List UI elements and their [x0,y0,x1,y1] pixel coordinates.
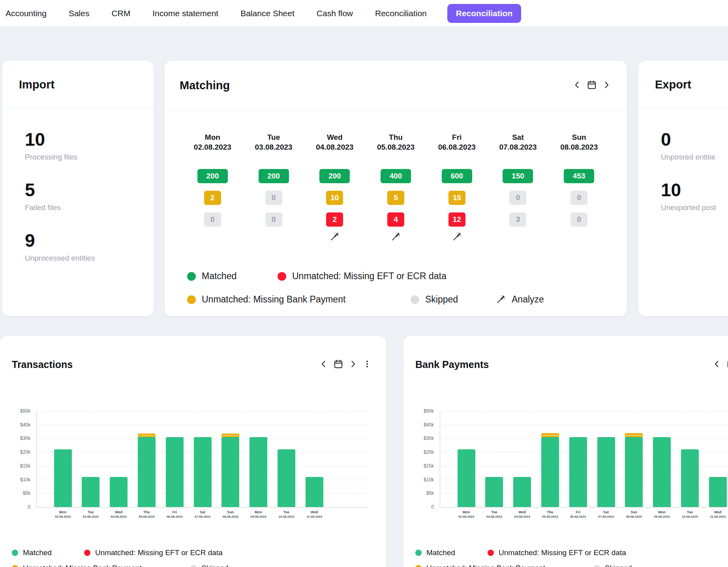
bar-matched [306,477,323,507]
chevron-right-icon [348,359,358,370]
chip-skipped: 0 [570,191,587,205]
chip-missing-bank[interactable]: 5 [387,191,404,205]
x-axis-tick-label: Wed11.08.2023 [296,510,332,519]
day-chips: 20000 [259,169,289,227]
bar-cap-missing-bank [221,434,239,437]
nav-item-income-statement[interactable]: Income statement [152,9,218,18]
bar-cap-missing-bank [541,433,559,437]
chip-matched[interactable]: 200 [197,169,228,183]
y-axis-tick-label: $5k [403,490,434,496]
y-axis-tick-label: $50k [0,408,30,414]
next-period-button[interactable] [348,359,358,370]
import-stat: 9Unprocessed entities [25,230,154,263]
matching-day-column: Sun08.08.202345300 [548,133,610,243]
calendar-button[interactable] [587,80,597,91]
y-axis-tick-label: $10k [403,477,434,483]
y-axis-tick-label: $50k [403,408,434,414]
nav-items: AccountingSalesCRMIncome statementBalanc… [6,9,427,18]
export-stat-label: Unposred entitie [661,153,728,161]
analyze-button[interactable] [452,231,462,243]
legend-label: Unmatched: Missing EFT or ECR data [292,271,447,282]
legend-item-analyze: Analyze [496,294,544,305]
matching-day-column: Fri06.08.20236001512 [426,133,488,243]
day-date: 07.08.2023 [499,142,537,152]
legend-label: Unmatched: Missing EFT or ECR data [95,548,223,557]
import-stat-value: 10 [25,129,154,150]
reconciliation-active-button[interactable]: Reconciliation [447,4,522,23]
magic-wand-icon [391,232,401,243]
day-chips: 6001512 [442,169,472,227]
bank-payments-card: Bank Payments $50k$40k$30k$20k$15k$10k$5… [403,336,728,567]
chevron-left-icon [572,80,582,91]
bar-matched [110,477,128,507]
legend-label: Unmatched: Missing Bank Payment [202,294,345,305]
legend-dot-missing-bank [187,295,196,304]
legend-label: Matched [426,548,455,557]
matching-card-actions [572,80,611,91]
chip-matched[interactable]: 453 [564,169,594,183]
legend-item-missing-eft: Unmatched: Missing EFT or ECR data [488,548,626,557]
legend-row: MatchedUnmatched: Missing EFT or ECR dat… [415,548,632,557]
chevron-right-icon [602,80,611,91]
legend-item-missing-eft: Unmatched: Missing EFT or ECR data [84,548,223,557]
y-axis-tick-label: $30k [0,436,30,441]
gridline [440,507,728,507]
day-date: 02.08.2023 [194,142,231,152]
chip-matched[interactable]: 200 [319,169,350,183]
chip-missing-eft[interactable]: 2 [326,212,343,227]
chip-skipped: 0 [265,212,282,227]
calendar-button[interactable] [726,359,728,370]
chip-matched[interactable]: 600 [442,169,472,183]
bar-cap-missing-bank [138,434,156,437]
calendar-button[interactable] [333,359,343,370]
prev-period-button[interactable] [572,80,582,91]
x-tick-date: 11.08.2023 [296,514,332,519]
chip-matched[interactable]: 400 [381,169,411,183]
legend-label: Unmatched: Missing Bank Payment [23,564,142,567]
chip-missing-eft[interactable]: 4 [387,212,404,227]
analyze-button[interactable] [391,231,401,243]
prev-period-button[interactable] [319,359,328,370]
legend-item-matched: Matched [415,548,488,557]
prev-period-button[interactable] [712,359,722,370]
chip-missing-bank[interactable]: 10 [326,191,343,205]
nav-item-cash-flow[interactable]: Cash flow [317,9,353,18]
nav-item-accounting[interactable]: Accounting [6,9,47,18]
nav-item-reconciliation[interactable]: Reconciliation [375,9,427,18]
day-chips: 40054 [381,169,411,227]
y-axis-tick-label: 0 [403,504,434,510]
next-period-button[interactable] [602,80,611,91]
top-navigation: AccountingSalesCRMIncome statementBalanc… [0,0,728,26]
day-date: 05.08.2023 [377,142,415,152]
legend-dot-missing-bank [415,565,422,567]
matching-card-title: Matching [180,79,230,92]
chip-matched[interactable]: 150 [503,169,533,183]
chip-missing-eft[interactable]: 12 [448,212,465,227]
legend-label: Skipped [605,564,632,567]
x-axis-tick-label: Wed11.08.2023 [700,510,728,519]
analyze-button[interactable] [330,231,340,243]
import-stat-value: 9 [25,230,154,251]
gridline [36,425,367,425]
calendar-icon [587,80,597,91]
legend-dot-skipped [190,565,197,567]
more-options-button[interactable] [362,359,372,370]
legend-row: Unmatched: Missing Bank PaymentSkipped [12,564,229,567]
nav-item-crm[interactable]: CRM [111,9,130,18]
import-stat-label: Failed files [25,203,154,212]
nav-item-balance-sheet[interactable]: Balance Sheet [240,9,295,18]
bar-matched [709,477,727,507]
chip-matched[interactable]: 200 [259,169,289,183]
gridline [440,425,728,425]
export-stat-value: 10 [661,180,728,200]
chip-missing-bank[interactable]: 15 [448,191,465,205]
bar-matched [485,477,503,507]
nav-item-sales[interactable]: Sales [69,9,90,18]
chip-missing-bank[interactable]: 2 [204,191,221,205]
transactions-card: Transactions $50k$40k$30k$20k$15k$10k$5k… [0,336,386,567]
legend-dot-skipped [594,565,600,567]
day-date: 04.08.2023 [316,142,353,152]
matching-card-header: Matching [165,61,627,111]
y-axis-tick-label: $15k [0,463,30,469]
chevron-left-icon [319,359,328,370]
